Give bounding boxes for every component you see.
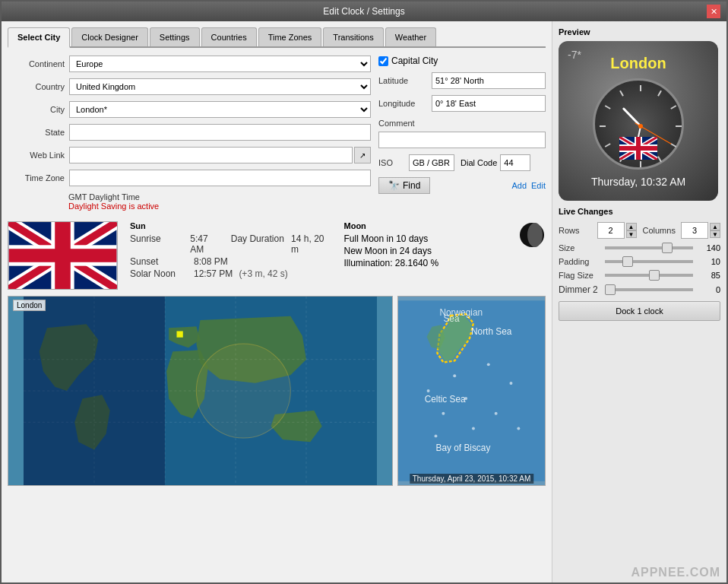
size-slider[interactable]: [605, 246, 693, 249]
longitude-input[interactable]: [432, 95, 546, 112]
solar-noon-extra: (+3 m, 42 s): [239, 268, 287, 279]
tab-bar: Select City Clock Designer Settings Coun…: [8, 27, 546, 48]
svg-line-50: [624, 108, 641, 125]
flag-size-slider-thumb[interactable]: [649, 270, 660, 281]
svg-text:Celtic Sea: Celtic Sea: [425, 394, 466, 405]
flag-size-slider[interactable]: [605, 274, 693, 277]
columns-up-button[interactable]: ▲: [710, 223, 720, 230]
moon-phase-icon: [518, 221, 546, 249]
tab-settings[interactable]: Settings: [150, 27, 200, 46]
tab-weather[interactable]: Weather: [385, 27, 436, 46]
rows-down-button[interactable]: ▼: [626, 230, 637, 238]
day-duration-value: 14 h, 20 m: [291, 233, 331, 255]
svg-line-42: [671, 144, 676, 147]
add-link[interactable]: Add: [511, 181, 527, 190]
sunrise-label: Sunrise: [130, 233, 187, 255]
svg-point-26: [427, 389, 430, 392]
tab-transitions[interactable]: Transitions: [323, 27, 383, 46]
right-panel: Preview -7* London: [552, 21, 726, 582]
watermark: APPNEE.COM: [631, 566, 720, 579]
svg-line-39: [658, 90, 661, 96]
dock-clock-button[interactable]: Dock 1 clock: [559, 301, 720, 321]
city-select[interactable]: London*: [69, 101, 371, 118]
rows-input[interactable]: [597, 222, 625, 239]
time-zone-input[interactable]: (UTC) Dublin, Edinburgh, Lisbon, London: [69, 170, 371, 186]
illumination-row: Illumination: 28.1640 %: [344, 258, 439, 268]
find-button[interactable]: 🔭 Find: [378, 177, 430, 194]
dimmer-slider-thumb[interactable]: [605, 284, 616, 295]
form-area: Continent Europe Country United Kingdom …: [8, 56, 546, 215]
web-link-open-button[interactable]: ↗: [354, 147, 371, 163]
sunset-label: Sunset: [130, 256, 191, 267]
live-changes-label: Live Changes: [559, 207, 720, 216]
svg-rect-20: [24, 297, 165, 485]
main-content: Select City Clock Designer Settings Coun…: [2, 21, 726, 582]
world-map-label: London: [13, 300, 46, 311]
longitude-row: Longitude: [378, 95, 546, 112]
dial-code-label: Dial Code: [461, 158, 497, 167]
svg-point-53: [638, 124, 643, 129]
flag-size-label: Flag Size: [559, 271, 600, 280]
size-row: Size 140: [559, 243, 720, 252]
solar-noon-row: Solar Noon 12:57 PM (+3 m, 42 s): [130, 268, 332, 279]
rows-spinner: ▲ ▼: [597, 222, 637, 239]
svg-line-43: [658, 156, 661, 161]
clock-time: Thursday, 10:32 AM: [591, 176, 685, 188]
find-btn-label: Find: [403, 180, 420, 191]
tab-clock-designer[interactable]: Clock Designer: [71, 27, 148, 46]
svg-point-31: [435, 434, 438, 437]
comment-label-row: Comment: [378, 118, 546, 129]
uk-flag: [8, 222, 117, 289]
size-value: 140: [698, 243, 720, 252]
svg-line-40: [671, 106, 676, 109]
iso-label: ISO: [378, 158, 409, 167]
dimmer-slider[interactable]: [605, 288, 693, 291]
illumination-text: Illumination: 28.1640 %: [344, 258, 439, 268]
form-right: Capital City Latitude Longitude Comment: [378, 56, 546, 215]
country-row: Country United Kingdom: [8, 78, 371, 95]
state-input[interactable]: [69, 124, 371, 141]
world-map: London: [8, 296, 393, 486]
columns-spinner-buttons: ▲ ▼: [710, 223, 720, 238]
padding-slider-thumb[interactable]: [622, 256, 633, 267]
latitude-input[interactable]: [432, 72, 546, 89]
tab-select-city[interactable]: Select City: [8, 27, 70, 48]
size-slider-thumb[interactable]: [662, 243, 673, 253]
columns-spinner: ▲ ▼: [681, 222, 720, 239]
comment-input[interactable]: [378, 132, 546, 148]
rows-spinner-buttons: ▲ ▼: [626, 223, 637, 238]
svg-text:North Sea: North Sea: [471, 326, 512, 337]
svg-point-28: [442, 412, 445, 415]
continent-label: Continent: [8, 59, 65, 68]
capital-city-checkbox[interactable]: [378, 56, 388, 66]
columns-down-button[interactable]: ▼: [710, 230, 720, 238]
world-map-svg: [8, 297, 392, 485]
flag-size-row: Flag Size 85: [559, 271, 720, 280]
full-moon-text: Full Moon in 10 days: [344, 233, 429, 244]
dial-code-value: 44: [500, 154, 530, 171]
rows-up-button[interactable]: ▲: [626, 223, 637, 230]
daylight-text: Daylight Saving is active: [68, 202, 371, 211]
binoculars-icon: 🔭: [388, 180, 400, 191]
svg-text:Sea: Sea: [443, 313, 460, 324]
svg-point-30: [472, 427, 475, 430]
state-label: State: [8, 128, 65, 137]
web-link-input[interactable]: [69, 147, 353, 163]
sun-title: Sun: [130, 221, 332, 230]
longitude-label: Longitude: [378, 99, 432, 108]
close-button[interactable]: ✕: [707, 5, 720, 18]
size-label: Size: [559, 243, 600, 252]
latitude-row: Latitude: [378, 72, 546, 89]
continent-select[interactable]: Europe: [69, 56, 371, 72]
tab-time-zones[interactable]: Time Zones: [258, 27, 322, 46]
main-window: Edit Clock / Settings ✕ Select City Cloc…: [0, 0, 728, 584]
padding-slider[interactable]: [605, 260, 693, 263]
columns-input[interactable]: [681, 222, 708, 239]
time-zone-label: Time Zone: [8, 173, 65, 182]
country-select[interactable]: United Kingdom: [69, 78, 371, 95]
svg-point-32: [517, 427, 520, 430]
svg-rect-62: [619, 146, 657, 151]
maps-section: London: [8, 296, 546, 486]
edit-link[interactable]: Edit: [531, 181, 546, 190]
tab-countries[interactable]: Countries: [201, 27, 257, 46]
